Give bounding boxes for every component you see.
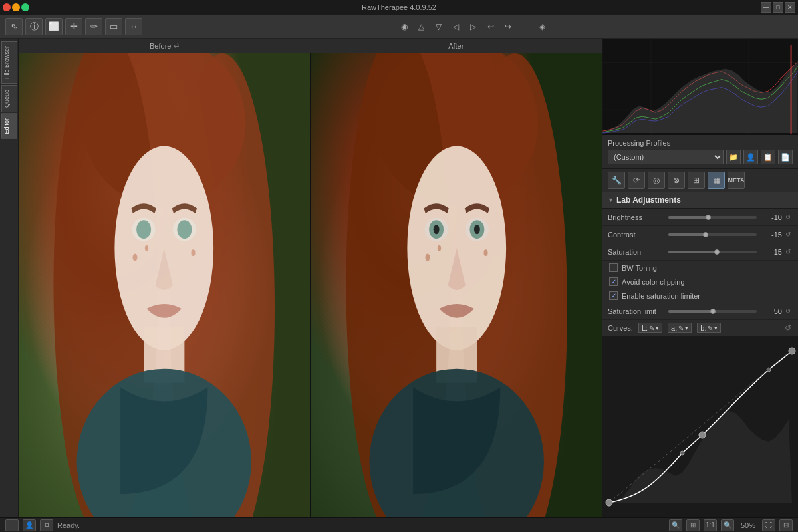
tool-color[interactable]: ◎	[648, 172, 665, 189]
sidebar-tab-queue[interactable]: Queue	[1, 85, 17, 112]
fullscreen-btn[interactable]: ⛶	[762, 519, 775, 531]
brightness-slider[interactable]	[668, 216, 757, 219]
curve-channel-a[interactable]: a: ✎ ▾	[668, 323, 692, 333]
sidebar-tab-editor[interactable]: Editor	[1, 114, 17, 139]
center-icon-3[interactable]: ▽	[432, 20, 446, 33]
layout-btn[interactable]: ⊟	[779, 519, 793, 531]
svg-point-26	[483, 249, 487, 256]
center-icon-8[interactable]: □	[519, 20, 532, 33]
win-maximize[interactable]: □	[773, 2, 783, 13]
avoid-clipping-row: Avoid color clipping	[602, 275, 798, 289]
lab-adjustments-header[interactable]: ▼ Lab Adjustments	[602, 192, 798, 209]
zoom-fit-btn[interactable]: ⊞	[686, 519, 700, 531]
profiles-row: (Custom) 📁 👤 📋 📄	[608, 150, 793, 164]
status-icon-left[interactable]: ☰	[5, 519, 19, 531]
tool-transform[interactable]: ⊞	[688, 172, 705, 189]
curve-L-dropdown[interactable]: ▾	[656, 325, 659, 331]
profiles-paste-btn[interactable]: 📄	[778, 150, 793, 164]
image-area: Before ⇄ After	[19, 39, 602, 517]
curve-b-label: b:	[700, 324, 706, 332]
sat-limit-row: Saturation limit 50 ↺	[602, 303, 798, 320]
minimize-btn[interactable]	[12, 3, 20, 11]
sat-limit-slider[interactable]	[668, 310, 757, 313]
saturation-slider[interactable]	[668, 251, 757, 253]
center-icon-4[interactable]: ◁	[450, 20, 463, 33]
curve-a-dropdown[interactable]: ▾	[685, 325, 688, 331]
saturation-thumb[interactable]	[714, 249, 720, 255]
tool-meta[interactable]: META	[728, 172, 745, 189]
svg-point-7	[136, 220, 151, 239]
brightness-reset[interactable]: ↺	[783, 213, 793, 222]
brightness-fill	[668, 216, 708, 219]
sat-limit-reset[interactable]: ↺	[783, 307, 793, 316]
sidebar-tab-filebrowser[interactable]: File Browser	[1, 41, 17, 84]
saturation-reset[interactable]: ↺	[783, 247, 793, 257]
contrast-slider[interactable]	[668, 233, 757, 236]
center-icon-1[interactable]: ◉	[398, 20, 411, 33]
after-image-panel[interactable]	[310, 53, 602, 517]
curves-reset[interactable]: ↺	[783, 323, 793, 332]
center-icon-7[interactable]: ↪	[501, 20, 515, 33]
sat-limiter-checkbox[interactable]	[609, 291, 618, 300]
win-minimize[interactable]: —	[761, 2, 771, 13]
close-btn[interactable]	[3, 3, 11, 11]
tool-icons-row: 🔧 ⟳ ◎ ⊗ ⊞ ▦ META	[602, 169, 798, 192]
tool-exposure[interactable]: 🔧	[608, 172, 625, 189]
svg-point-10	[145, 245, 148, 251]
zoom-100-btn[interactable]: 1:1	[704, 519, 717, 531]
app-title: RawTherapee 4.0.9.52	[362, 3, 436, 11]
curves-chart	[602, 336, 798, 516]
svg-point-24	[425, 254, 430, 261]
win-close[interactable]: ✕	[785, 2, 795, 13]
bw-toning-checkbox[interactable]	[609, 263, 618, 272]
maximize-btn[interactable]	[21, 3, 29, 11]
tool-info[interactable]: ⓘ	[25, 18, 43, 35]
status-icon-user[interactable]: 👤	[23, 519, 36, 531]
sat-limiter-row: Enable saturation limiter	[602, 289, 798, 303]
tool-raw[interactable]: ▦	[708, 172, 725, 189]
svg-point-40	[606, 499, 612, 506]
contrast-reset[interactable]: ↺	[783, 230, 793, 239]
curve-b-dropdown[interactable]: ▾	[714, 325, 718, 331]
traffic-lights	[3, 3, 29, 11]
svg-point-25	[437, 245, 440, 251]
svg-point-22	[433, 225, 439, 234]
sat-limit-thumb[interactable]	[710, 309, 716, 314]
profiles-select[interactable]: (Custom)	[608, 150, 724, 164]
tool-rect[interactable]: ▭	[105, 18, 122, 35]
center-icon-9[interactable]: ◈	[536, 20, 549, 33]
zoom-in-btn[interactable]: 🔍	[721, 519, 734, 531]
center-icon-5[interactable]: ▷	[467, 20, 480, 33]
curve-a-icon: ✎	[678, 325, 684, 332]
profiles-copy-btn[interactable]: 📋	[761, 150, 775, 164]
tool-detail[interactable]: ⟳	[628, 172, 645, 189]
svg-point-8	[177, 220, 192, 239]
contrast-value: -15	[761, 231, 782, 239]
tool-transform[interactable]: ↔	[125, 18, 142, 35]
contrast-thumb[interactable]	[703, 232, 708, 237]
tool-move[interactable]: ✛	[65, 18, 82, 35]
profiles-save-btn[interactable]: 👤	[743, 150, 758, 164]
left-sidebar: File Browser Queue Editor	[0, 39, 19, 517]
curve-channel-b[interactable]: b: ✎ ▾	[697, 323, 721, 333]
tool-crop[interactable]: ⬜	[45, 18, 63, 35]
svg-point-11	[191, 249, 195, 256]
before-image-panel[interactable]	[19, 53, 310, 517]
brightness-thumb[interactable]	[706, 215, 711, 220]
profiles-load-btn[interactable]: 📁	[726, 150, 741, 164]
profiles-section: Processing Profiles (Custom) 📁 👤 📋 📄	[602, 135, 798, 169]
bw-toning-label: BW Toning	[622, 264, 657, 272]
curves-display[interactable]	[602, 336, 798, 516]
zoom-level: 50%	[738, 521, 758, 529]
brightness-row: Brightness -10 ↺	[602, 209, 798, 226]
svg-point-16	[407, 146, 506, 350]
tool-select[interactable]: ⇖	[5, 18, 23, 35]
center-icon-6[interactable]: ↩	[484, 20, 497, 33]
status-icon-info[interactable]: ⚙	[40, 519, 53, 531]
avoid-clipping-checkbox[interactable]	[609, 277, 618, 286]
zoom-out-btn[interactable]: 🔍	[669, 519, 682, 531]
tool-lensgeom[interactable]: ⊗	[668, 172, 685, 189]
center-icon-2[interactable]: △	[415, 20, 428, 33]
tool-pencil[interactable]: ✏	[85, 18, 102, 35]
curve-channel-L[interactable]: L: ✎ ▾	[638, 323, 662, 333]
